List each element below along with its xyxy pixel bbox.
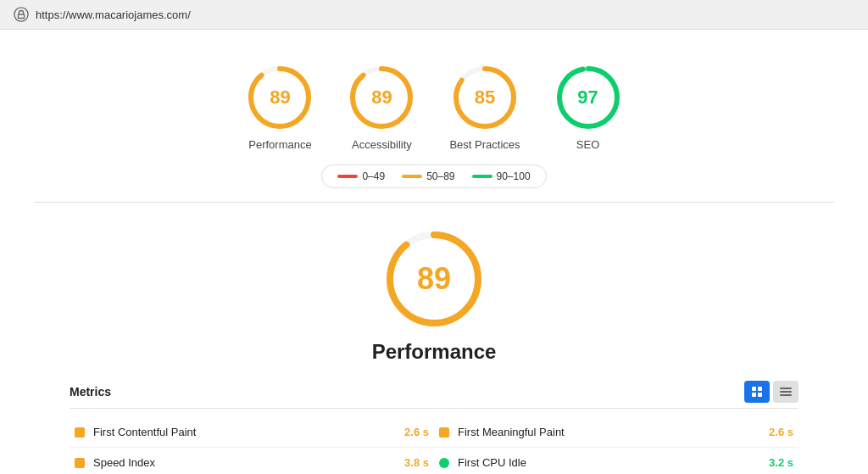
metric-name: First CPU Idle (458, 456, 762, 469)
legend-green: 90–100 (472, 170, 531, 182)
metric-name: Speed Index (93, 456, 398, 469)
metric-row: Speed Index 3.8 s (70, 448, 434, 474)
legend-red-label: 0–49 (362, 170, 385, 182)
svg-rect-13 (780, 394, 792, 396)
browser-lock-icon (14, 7, 29, 22)
metric-row: First Contentful Paint 2.6 s (70, 417, 434, 448)
score-number-performance: 89 (270, 86, 290, 109)
metric-name: First Meaningful Paint (458, 426, 762, 438)
score-label-accessibility: Accessibility (352, 138, 412, 151)
metric-value: 2.6 s (404, 426, 429, 438)
score-number-seo: 97 (577, 86, 598, 109)
score-item-performance: 89 Performance (246, 64, 314, 151)
score-circle-performance: 89 (246, 64, 314, 131)
list-icon (780, 387, 792, 397)
big-score-section: 89 Performance Metrics (34, 203, 834, 474)
metric-value: 3.2 s (769, 456, 793, 469)
svg-rect-7 (752, 387, 756, 391)
metric-dot (75, 458, 85, 468)
legend-orange-label: 50–89 (426, 170, 454, 182)
score-number-best-practices: 85 (475, 86, 495, 109)
metric-value: 2.6 s (769, 426, 793, 438)
svg-rect-9 (752, 393, 756, 397)
score-item-seo: 97 SEO (554, 64, 622, 151)
metric-dot (75, 427, 85, 438)
big-score-circle: 89 (383, 228, 485, 330)
metric-dot (439, 458, 449, 468)
browser-bar: https://www.macariojames.com/ (0, 0, 868, 30)
svg-rect-12 (780, 391, 792, 393)
big-score-number: 89 (417, 261, 451, 297)
score-item-accessibility: 89 Accessibility (348, 64, 415, 151)
legend-red-dot (337, 175, 358, 178)
url-bar: https://www.macariojames.com/ (36, 8, 191, 21)
svg-rect-8 (758, 387, 762, 391)
grid-view-button[interactable] (744, 381, 770, 403)
score-circle-seo: 97 (554, 64, 622, 131)
score-label-performance: Performance (248, 138, 311, 151)
metric-name: First Contentful Paint (93, 426, 398, 438)
score-number-accessibility: 89 (371, 86, 392, 109)
score-item-best-practices: 85 Best Practices (449, 64, 520, 151)
metric-row: First Meaningful Paint 2.6 s (434, 417, 798, 448)
list-view-button[interactable] (773, 381, 798, 403)
score-circle-accessibility: 89 (348, 64, 415, 131)
metrics-title: Metrics (70, 385, 111, 399)
scores-section: 89 Performance 89 Accessibility 85 Best … (34, 47, 834, 203)
metric-row: First CPU Idle 3.2 s (434, 448, 798, 474)
legend-row: 0–49 50–89 90–100 (321, 165, 546, 188)
metrics-grid: First Contentful Paint 2.6 s First Meani… (70, 417, 798, 474)
view-toggle (744, 381, 798, 403)
score-circle-best-practices: 85 (451, 64, 519, 131)
grid-icon (751, 386, 763, 398)
legend-red: 0–49 (337, 170, 385, 182)
main-content: 89 Performance 89 Accessibility 85 Best … (0, 30, 868, 474)
score-label-best-practices: Best Practices (449, 138, 520, 151)
metrics-header: Metrics (70, 381, 798, 409)
svg-rect-1 (18, 14, 24, 19)
score-label-seo: SEO (576, 138, 599, 151)
legend-green-dot (472, 175, 492, 178)
svg-rect-10 (758, 393, 762, 397)
metrics-section: Metrics (70, 381, 798, 474)
legend-orange: 50–89 (402, 170, 454, 182)
legend-orange-dot (402, 175, 422, 178)
legend-green-label: 90–100 (497, 170, 531, 182)
metric-value: 3.8 s (404, 456, 429, 469)
svg-rect-11 (780, 388, 792, 389)
big-score-label: Performance (372, 340, 497, 364)
scores-row: 89 Performance 89 Accessibility 85 Best … (246, 64, 621, 151)
metric-dot (439, 427, 449, 438)
